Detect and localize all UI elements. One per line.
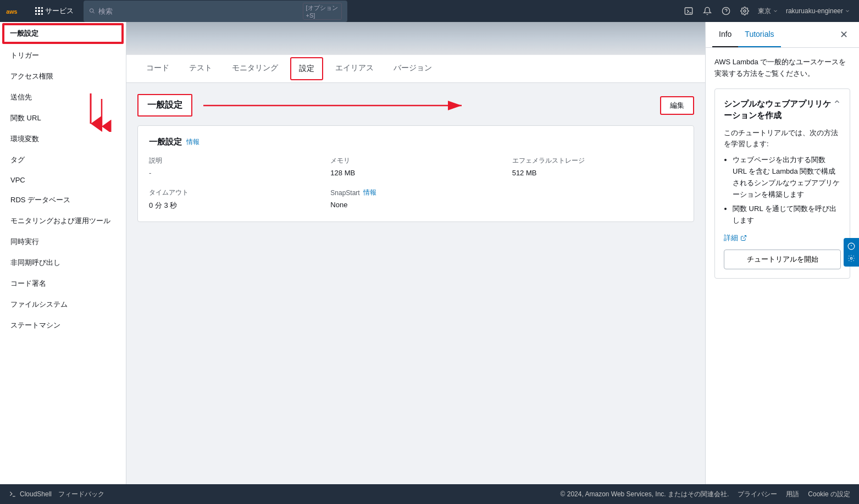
sidebar-item-tags[interactable]: タグ [0, 149, 126, 170]
tutorial-card: シンプルなウェブアプリリケーションを作成 このチュートリアルでは、次の方法を学習… [714, 88, 850, 279]
terms-link[interactable]: 用語 [786, 490, 799, 499]
copyright-text: © 2024, Amazon Web Services, Inc. またはその関… [561, 490, 729, 499]
tab-monitoring-label: モニタリング [232, 63, 278, 72]
info-grid: 説明 - メモリ 128 MB エフェメラルストレージ 512 MB タイムアウ… [149, 156, 683, 211]
user-button[interactable]: rakuruaku-engineer [783, 7, 854, 15]
info-side-icon[interactable] [844, 238, 859, 267]
terminal-icon-button[interactable] [680, 2, 697, 20]
sidebar-item-async-invoke[interactable]: 非同期呼び出し [0, 252, 126, 273]
tutorial-card-content: このチュートリアルでは、次の方法を学習します: ウェブページを出力する関数 UR… [724, 128, 841, 226]
search-shortcut: [オプション+S] [303, 3, 342, 20]
sidebar-item-filesystem-label: ファイルシステム [10, 300, 68, 309]
info-card-header: 一般設定 情報 [149, 137, 683, 147]
memory-field: メモリ 128 MB [330, 156, 501, 177]
info-card-title: 一般設定 [149, 137, 182, 147]
left-sidebar: 一般設定 トリガー アクセス権限 送信先 関数 URL 環境変数 タグ VPC … [0, 22, 126, 484]
info-link[interactable]: 情報 [186, 137, 199, 147]
sidebar-item-vpc[interactable]: VPC [0, 170, 126, 190]
search-input[interactable] [98, 7, 299, 15]
tab-monitoring[interactable]: モニタリング [223, 57, 287, 81]
tab-version[interactable]: バージョン [385, 57, 441, 81]
bell-icon-button[interactable] [699, 2, 716, 20]
red-arrow-right [203, 97, 478, 114]
right-panel: Info Tutorials ✕ AWS Lambda で一般的なユースケースを… [705, 22, 859, 484]
right-panel-close-button[interactable]: ✕ [835, 24, 852, 45]
sidebar-item-concurrency-label: 同時実行 [10, 237, 39, 247]
terminal-icon [9, 490, 16, 498]
timeout-label: タイムアウト [149, 188, 319, 197]
user-label: rakuruaku-engineer [786, 7, 843, 15]
sidebar-item-monitoring-tools-label: モニタリングおよび運用ツール [10, 216, 110, 226]
description-value: - [149, 169, 319, 177]
sidebar-item-monitoring-tools[interactable]: モニタリングおよび運用ツール [0, 211, 126, 231]
right-panel-description: AWS Lambda で一般的なユースケースを実装する方法をご覧ください。 [714, 57, 850, 80]
region-button[interactable]: 東京 [755, 7, 782, 16]
sidebar-item-vpc-label: VPC [10, 176, 25, 184]
start-tutorial-button[interactable]: チュートリアルを開始 [724, 250, 841, 269]
right-tab-info[interactable]: Info [712, 22, 738, 47]
edit-button[interactable]: 編集 [660, 96, 694, 115]
section-header: 一般設定 編集 [137, 94, 694, 117]
sidebar-item-function-url[interactable]: 関数 URL [0, 108, 126, 129]
top-blur-area [126, 22, 705, 55]
tutorial-list: ウェブページを出力する関数 URL を含む Lambda 関数で構成されるシンプ… [724, 154, 841, 226]
detail-link[interactable]: 詳細 [724, 233, 747, 243]
sidebar-item-filesystem[interactable]: ファイルシステム [0, 294, 126, 315]
feedback-button[interactable]: フィードバック [58, 490, 104, 499]
section-content: 一般設定 編集 [126, 83, 705, 484]
settings-icon-button[interactable] [736, 2, 753, 20]
ephemeral-value: 512 MB [512, 169, 683, 177]
snapstart-field: SnapStart 情報 None [330, 188, 501, 211]
nav-icons: 東京 rakuruaku-engineer [680, 2, 854, 20]
tab-test[interactable]: テスト [180, 57, 221, 81]
sidebar-item-env-vars-label: 環境変数 [10, 134, 39, 144]
snapstart-info-link[interactable]: 情報 [363, 188, 376, 197]
aws-logo[interactable]: aws [5, 4, 25, 18]
memory-value: 128 MB [330, 169, 501, 177]
cookie-link[interactable]: Cookie の設定 [808, 490, 850, 499]
bottom-bar-left: CloudShell フィードバック [9, 490, 104, 499]
sidebar-item-rds-label: RDS データベース [10, 195, 70, 205]
sidebar-item-concurrency[interactable]: 同時実行 [0, 231, 126, 252]
sidebar-item-general[interactable]: 一般設定 [2, 23, 124, 44]
tab-version-label: バージョン [394, 63, 432, 72]
help-icon-button[interactable] [717, 2, 735, 20]
ephemeral-label: エフェメラルストレージ [512, 156, 683, 165]
tab-settings[interactable]: 設定 [290, 57, 323, 80]
services-button[interactable]: サービス [31, 4, 78, 18]
snapstart-value: None [330, 201, 501, 209]
sidebar-item-code-signing-label: コード署名 [10, 279, 46, 289]
tab-code[interactable]: コード [137, 57, 178, 81]
right-tab-tutorials[interactable]: Tutorials [738, 22, 780, 47]
right-tab-info-label: Info [719, 30, 731, 38]
main-layout: 一般設定 トリガー アクセス権限 送信先 関数 URL 環境変数 タグ VPC … [0, 22, 859, 484]
sidebar-item-destination[interactable]: 送信先 [0, 87, 126, 108]
svg-point-16 [850, 257, 852, 259]
sidebar-item-state-machine[interactable]: ステートマシン [0, 315, 126, 336]
info-icon [847, 242, 855, 250]
tab-alias[interactable]: エイリアス [326, 57, 383, 81]
sidebar-item-rds[interactable]: RDS データベース [0, 190, 126, 211]
sidebar-item-code-signing[interactable]: コード署名 [0, 273, 126, 294]
tutorial-content-text: このチュートリアルでは、次の方法を学習します: [724, 128, 841, 151]
chevron-down-icon-user [845, 8, 850, 14]
cloudshell-label: CloudShell [20, 490, 52, 498]
description-field: 説明 - [149, 156, 319, 177]
tab-code-label: コード [146, 63, 169, 72]
sidebar-item-async-invoke-label: 非同期呼び出し [10, 258, 60, 268]
sidebar-item-trigger-label: トリガー [10, 51, 39, 60]
sidebar-item-access[interactable]: アクセス権限 [0, 66, 126, 87]
privacy-link[interactable]: プライバシー [738, 490, 777, 499]
search-bar[interactable]: [オプション+S] [84, 1, 347, 22]
cloudshell-button[interactable]: CloudShell [9, 490, 52, 498]
tutorial-card-header: シンプルなウェブアプリリケーションを作成 [724, 98, 841, 121]
tab-alias-label: エイリアス [335, 63, 374, 72]
sidebar-item-env-vars[interactable]: 環境変数 [0, 129, 126, 149]
timeout-value: 0 分 3 秒 [149, 201, 319, 211]
tab-settings-label: 設定 [299, 64, 314, 73]
svg-text:aws: aws [6, 8, 17, 15]
svg-line-12 [743, 235, 746, 239]
chevron-down-icon [773, 8, 778, 14]
svg-point-1 [90, 9, 93, 12]
sidebar-item-trigger[interactable]: トリガー [0, 45, 126, 66]
